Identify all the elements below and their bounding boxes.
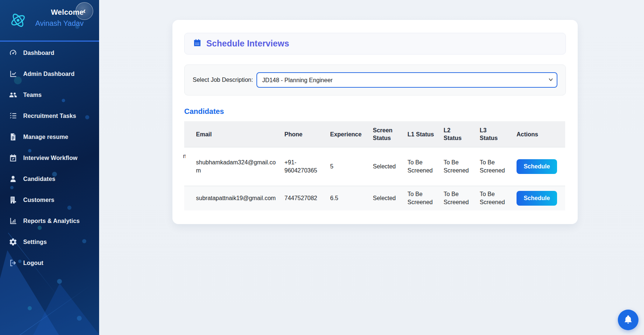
candidate-row: shubhamkadam324@gmail.com+91-96042703655… (184, 147, 565, 186)
sidebar: Welcome Avinash Yadav ‹ DashboardAdmin D… (0, 0, 99, 335)
l3-status-cell: To Be Screened (476, 186, 513, 211)
building-icon (9, 196, 20, 205)
chart-line-icon (9, 70, 20, 78)
page-title: Schedule Interviews (206, 39, 289, 49)
sidebar-item-candidates[interactable]: Candidates (0, 168, 99, 189)
job-description-section: Select Job Description: JD148 - Planning… (184, 64, 566, 95)
table-body: shubhamkadam324@gmail.com+91-96042703655… (184, 147, 565, 211)
job-description-select[interactable]: JD148 - Planning Engineer (256, 72, 557, 88)
sidebar-item-label: Candidates (23, 176, 55, 182)
sidebar-item-label: Teams (23, 92, 42, 98)
calendar-icon (193, 39, 202, 49)
experience-cell: 5 (326, 147, 369, 186)
actions-cell: Schedule (513, 186, 565, 211)
sidebar-item-reports-analytics[interactable]: Reports & Analytics (0, 210, 99, 231)
calendar-check-icon (9, 154, 20, 163)
l2-status-cell: To Be Screened (440, 147, 476, 186)
schedule-interviews-card: Schedule Interviews Select Job Descripti… (172, 20, 578, 224)
column-header-l2-status: L2 Status (440, 121, 476, 147)
phone-cell: 7447527082 (281, 186, 326, 211)
sidebar-item-manage-resume[interactable]: Manage resume (0, 126, 99, 147)
page-header: Schedule Interviews (184, 33, 566, 55)
l1-status-cell: To Be Screened (404, 147, 440, 186)
main-content: Schedule Interviews Select Job Descripti… (99, 0, 644, 335)
email-cell: subratapattnaik19@gmail.com (184, 186, 281, 211)
column-header-email: Email (184, 121, 281, 147)
email-cell: shubhamkadam324@gmail.com (184, 147, 281, 186)
candidates-heading: Candidates (184, 107, 566, 116)
column-header-l1-status: L1 Status (404, 121, 440, 147)
sidebar-item-label: Logout (23, 260, 43, 266)
l1-status-cell: To Be Screened (404, 186, 440, 211)
column-header-screen-status: Screen Status (369, 121, 404, 147)
sidebar-item-settings[interactable]: Settings (0, 231, 99, 252)
job-select-label: Select Job Description: (193, 77, 253, 83)
table-header-row: EmailPhoneExperienceScreen StatusL1 Stat… (184, 121, 565, 147)
sidebar-item-teams[interactable]: Teams (0, 84, 99, 105)
sidebar-collapse-button[interactable]: ‹ (76, 2, 93, 20)
schedule-button[interactable]: Schedule (517, 191, 557, 206)
list-check-icon (9, 112, 20, 121)
bell-icon (623, 315, 633, 325)
sidebar-nav: DashboardAdmin DashboardTeamsRecruitment… (0, 42, 99, 273)
sidebar-item-label: Customers (23, 197, 54, 203)
screen-status-cell: Selected (369, 186, 404, 211)
sidebar-item-interview-workflow[interactable]: Interview Workflow (0, 147, 99, 168)
sidebar-item-label: Dashboard (23, 50, 54, 56)
sidebar-item-label: Admin Dashboard (23, 71, 74, 77)
sidebar-item-recruitment-tasks[interactable]: Recruitment Tasks (0, 105, 99, 126)
gauge-icon (9, 49, 20, 57)
l3-status-cell: To Be Screened (476, 147, 513, 186)
file-icon (9, 133, 20, 142)
logout-icon (9, 259, 20, 268)
sidebar-item-label: Interview Workflow (23, 155, 77, 161)
sidebar-item-label: Settings (23, 239, 47, 245)
sidebar-header: Welcome Avinash Yadav ‹ (0, 0, 99, 42)
experience-cell: 6.5 (326, 186, 369, 211)
phone-cell: +91-9604270365 (281, 147, 326, 186)
column-header-phone: Phone (281, 121, 326, 147)
notifications-button[interactable] (618, 310, 638, 330)
sidebar-item-dashboard[interactable]: Dashboard (0, 42, 99, 63)
candidates-table: EmailPhoneExperienceScreen StatusL1 Stat… (184, 121, 565, 210)
column-header-actions: Actions (513, 121, 565, 147)
gear-icon (9, 238, 20, 247)
actions-cell: Schedule (513, 147, 565, 186)
chart-bar-icon (9, 217, 20, 226)
user-icon (9, 175, 20, 184)
sidebar-item-label: Reports & Analytics (23, 218, 80, 224)
l2-status-cell: To Be Screened (440, 186, 476, 211)
candidate-row: subratapattnaik19@gmail.com74475270826.5… (184, 186, 565, 211)
sidebar-item-customers[interactable]: Customers (0, 189, 99, 210)
clipped-name-fragment: n (183, 153, 186, 160)
screen-status-cell: Selected (369, 147, 404, 186)
sidebar-item-label: Manage resume (23, 134, 68, 140)
triangle-decoration (33, 283, 99, 335)
column-header-experience: Experience (326, 121, 369, 147)
line-decoration (12, 285, 91, 335)
sidebar-item-label: Recruitment Tasks (23, 113, 76, 119)
atom-icon (10, 12, 27, 29)
sidebar-item-admin-dashboard[interactable]: Admin Dashboard (0, 63, 99, 84)
sidebar-item-logout[interactable]: Logout (0, 252, 99, 273)
users-icon (9, 91, 20, 100)
column-header-l3-status: L3 Status (476, 121, 513, 147)
candidates-table-wrap: n EmailPhoneExperienceScreen StatusL1 St… (184, 121, 566, 210)
chevron-left-icon: ‹ (83, 6, 85, 16)
schedule-button[interactable]: Schedule (517, 159, 557, 174)
